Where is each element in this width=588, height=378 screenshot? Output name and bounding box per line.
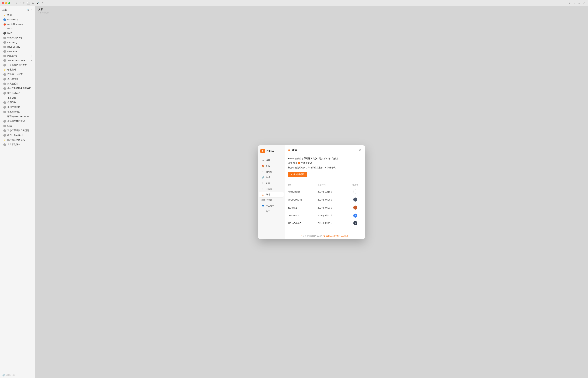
sidebar-item-strrl[interactable]: STRRL's backyard xyxy=(1,58,34,63)
github-link[interactable]: 在 GitHub 上给我们 star 吧！ xyxy=(323,235,349,237)
sidebar-item-tangji[interactable]: 唐巧的博客 xyxy=(1,77,34,81)
sidebar-item-geekpark[interactable]: 极客公园 xyxy=(1,95,34,100)
new-tab-icon[interactable]: + xyxy=(16,2,17,4)
sidebar-item-label: 午夜咖啡 xyxy=(7,68,16,71)
all-read-label: 全部已读 xyxy=(6,374,15,377)
twitter-icon[interactable]: 𝕏 xyxy=(23,2,25,4)
nav-item-invitations[interactable]: ◎ 邀请 xyxy=(259,192,284,197)
sidebar-item-xiazerun[interactable]: 夏泽润的技术笔记 xyxy=(1,119,34,123)
sidebar-item-riyuejia[interactable]: 日月家的网名 xyxy=(1,142,34,147)
table-row: 4MNGBjziee 2024年10月5日 xyxy=(288,188,362,196)
sidebar-item-label: Bensz xyxy=(7,27,13,30)
generate-invite-button[interactable]: ⊕ 生成邀请码 xyxy=(288,172,307,177)
settings-app-header: F Follow xyxy=(258,149,285,156)
ruanyifeng-icon: ⚡ xyxy=(3,139,6,141)
minimize-button[interactable] xyxy=(5,2,7,4)
meituan-avatar xyxy=(3,106,6,109)
sidebar-item-label: idealclover xyxy=(7,50,17,53)
nav-item-feeds[interactable]: ○ 订阅源 xyxy=(259,186,284,191)
nav-item-appearance[interactable]: 🎨 外观 xyxy=(259,163,284,169)
sidebar-footer[interactable]: 🔗 全部已读 xyxy=(0,372,35,378)
generate-icon: ⊕ xyxy=(291,173,292,176)
fullscreen-button[interactable] xyxy=(8,2,10,4)
sidebar-item-label: 酷壳 – CoolShell xyxy=(7,134,23,137)
chayi-icon: □ xyxy=(3,115,6,118)
sidebar-item-grassroot[interactable]: 一个草根站长的博客 xyxy=(1,63,34,67)
circle-icon[interactable]: ○ xyxy=(574,2,575,4)
apple-icon: 🍎 xyxy=(3,23,6,26)
check-icon[interactable]: ✓ xyxy=(583,2,585,5)
sidebar-item-favorites[interactable]: ★ 收藏 xyxy=(1,13,34,17)
sidebar-item-apple[interactable]: 🍎 Apple Newsroom xyxy=(1,22,34,27)
littlefrog-avatar xyxy=(3,87,6,90)
desc-text-2: ，需要邀请码才能使用。 xyxy=(317,157,341,160)
sidebar-item-bensz[interactable]: □ Bensz xyxy=(1,27,34,31)
flag-icon[interactable]: ⚑ xyxy=(42,2,44,4)
sidebar-item-hongxian[interactable]: 虹线 xyxy=(1,124,34,128)
invitations-icon: ◎ xyxy=(261,193,264,196)
panel-title-icon: ◎ xyxy=(288,148,290,151)
sidebar-item-ruanyifeng[interactable]: ⚡ 阮一峰的网络日志 xyxy=(1,138,34,142)
sidebar-item-label: 美团技术团队 xyxy=(7,106,20,109)
sidebar-item-label: 日月家的网名 xyxy=(7,143,20,146)
app-name: Follow xyxy=(266,150,274,152)
title-bar: + ⤴ 𝕏 ⬜ ▶ 🎤 ⚑ ≡ ○ ● ✓ xyxy=(0,0,588,6)
nav-item-about[interactable]: ℹ 关于 xyxy=(259,209,284,214)
desc-limit: 根据你的使用时间，你可以生成最多 12 个邀请码。 xyxy=(288,166,338,169)
nav-item-general[interactable]: ⚙ 通用 xyxy=(259,158,284,163)
sidebar-item-midnight[interactable]: ⚡ 午夜咖啡 xyxy=(1,68,34,72)
image-icon[interactable]: ⬜ xyxy=(27,2,30,4)
youtube-icon[interactable]: ▶ xyxy=(32,2,34,4)
close-button[interactable]: ✕ xyxy=(358,148,362,152)
sidebar-item-label: STRRL's backyard xyxy=(7,59,25,62)
invite-date: 2024年9月26日 xyxy=(317,196,349,204)
sidebar-item-chai2010[interactable]: chai2010 的博客 xyxy=(1,36,34,40)
nav-item-integration[interactable]: 🔗 集成 xyxy=(259,175,284,180)
compose-icon[interactable]: ✏ xyxy=(31,9,33,11)
sidebar-item-applefans[interactable]: 苹果fans博客 xyxy=(1,110,34,114)
dot-icon[interactable]: ● xyxy=(578,2,580,4)
sidebar-item-coolshell[interactable]: 酷壳 – CoolShell xyxy=(1,133,34,137)
unread-badge xyxy=(31,55,32,56)
nav-item-automation[interactable]: ✦ 自动化 xyxy=(259,169,284,175)
sidebar-item-label: 让小产品的独立变现更简单 –... xyxy=(7,129,32,132)
nav-label-shortcuts: 快捷键 xyxy=(266,199,272,202)
coin-icon xyxy=(298,162,300,164)
sidebar-item-meituan[interactable]: 美团技术团队 xyxy=(1,105,34,109)
nav-item-lists[interactable]: ◎ 列表 xyxy=(259,180,284,186)
sailfish-avatar xyxy=(3,18,6,21)
sidebar-item-codeimg[interactable]: 程序印象 xyxy=(1,100,34,105)
about-icon: ℹ xyxy=(261,210,264,213)
sidebar-item-littlefrog[interactable]: 小蛙子的英国生活和资讯 xyxy=(1,86,34,91)
tangji-avatar xyxy=(3,78,6,81)
nav-item-shortcuts[interactable]: ⌨ 快捷键 xyxy=(259,198,284,203)
sidebar-item-chanhai[interactable]: 严晨海个人主页 xyxy=(1,72,34,77)
main-content: 文章 0 条追踪内容 F Follow ⚙ 通用 🎨 xyxy=(35,6,588,378)
back-icon[interactable]: ⤴ xyxy=(19,2,21,4)
sidebar-item-label: 茶驿站 – Gopher, OpenSo... xyxy=(7,115,32,118)
link-icon: 🔗 xyxy=(2,374,5,377)
automation-icon: ✦ xyxy=(261,170,264,173)
nav-item-profile[interactable]: 👤 个人资料 xyxy=(259,203,284,209)
mic-icon[interactable]: 🎤 xyxy=(36,2,39,4)
invite-code: 4MNGBjziee xyxy=(288,188,317,196)
sidebar-item-rainbow[interactable]: 彩虹Smiling™ xyxy=(1,91,34,95)
sidebar-item-catcoding[interactable]: CatCoding xyxy=(1,40,34,45)
sidebar-item-sihuo[interactable]: 四火的唠叨 xyxy=(1,81,34,86)
search-icon[interactable]: 🔍 xyxy=(27,9,29,11)
sidebar-item-smallproduct[interactable]: 让小产品的独立变现更简单 –... xyxy=(1,128,34,133)
modal-overlay[interactable]: F Follow ⚙ 通用 🎨 外观 ✦ 自动化 xyxy=(35,6,588,378)
list-view-icon[interactable]: ≡ xyxy=(569,2,570,4)
sidebar-item-pseudoyu[interactable]: Pseudoyu xyxy=(1,54,34,58)
col-header-code: 代码 xyxy=(288,183,317,188)
sidebar-item-bmpi[interactable]: BMPI xyxy=(1,31,34,35)
sidebar-item-dave-cheney[interactable]: Dave Cheney xyxy=(1,45,34,49)
settings-sidebar: F Follow ⚙ 通用 🎨 外观 ✦ 自动化 xyxy=(258,145,285,239)
sidebar-item-chayi[interactable]: □ 茶驿站 – Gopher, OpenSo... xyxy=(1,114,34,119)
app-container: 文章 🔍 ✏ ★ 收藏 sailfish blog 🍎 Apple Newsro… xyxy=(0,6,588,378)
sidebar-item-sailfish[interactable]: sailfish blog xyxy=(1,17,34,22)
sidebar-item-idealclover[interactable]: idealclover xyxy=(1,49,34,54)
lists-icon: ◎ xyxy=(261,182,264,185)
user-avatar: S xyxy=(353,214,357,217)
close-button[interactable] xyxy=(2,2,4,4)
